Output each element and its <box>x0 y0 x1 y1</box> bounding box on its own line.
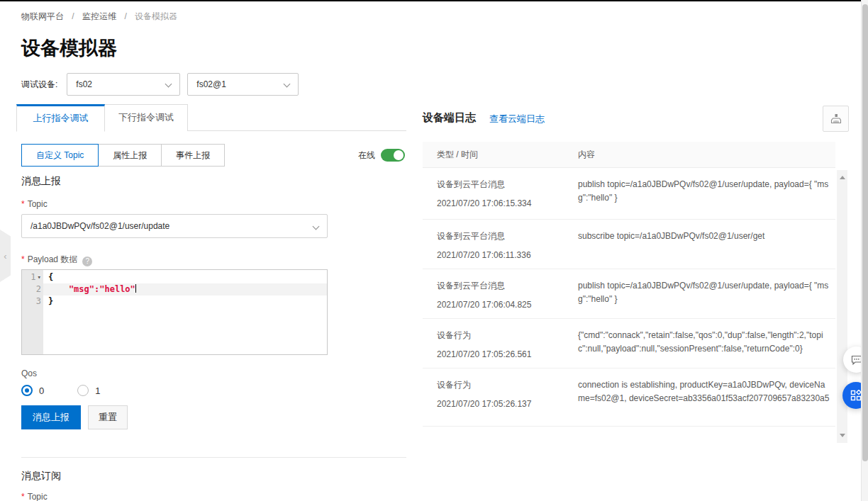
breadcrumb-separator: / <box>72 11 74 21</box>
required-asterisk: * <box>21 492 25 501</box>
debug-device-row: 调试设备: fs02 fs02@1 <box>21 73 299 96</box>
log-table-body: 设备到云平台消息 2021/07/20 17:06:15.334 publish… <box>423 168 835 427</box>
debug-tab-bar: 上行指令调试 下行指令调试 <box>16 104 406 131</box>
chevron-down-icon <box>165 81 172 88</box>
scroll-up-icon[interactable] <box>840 176 845 179</box>
message-subscribe-heading: 消息订阅 <box>21 470 61 483</box>
fold-caret-icon[interactable]: ▾ <box>38 271 41 283</box>
product-select-value: fs02 <box>76 79 92 89</box>
clear-log-button[interactable] <box>823 106 849 132</box>
page-scrollbar[interactable] <box>861 0 868 501</box>
payload-field-label: *Payload 数据? <box>21 254 92 266</box>
chevron-down-icon <box>313 223 320 230</box>
apps-grid-icon <box>850 390 862 401</box>
code-line: { <box>43 271 327 283</box>
product-select[interactable]: fs02 <box>67 73 180 96</box>
breadcrumb-item-iot-platform[interactable]: 物联网平台 <box>21 11 64 21</box>
topic-select[interactable]: /a1a0JBDwPQv/fs02@1/user/update <box>21 214 328 238</box>
chevron-down-icon <box>284 81 291 88</box>
broom-icon <box>830 113 842 125</box>
qos-options: 0 1 <box>21 385 100 396</box>
log-row: 设备到云平台消息 2021/07/20 17:06:04.825 publish… <box>423 269 835 319</box>
topic-label-text: Topic <box>28 199 48 209</box>
log-table-header: 类型 / 时间 内容 <box>423 142 835 168</box>
column-content: 内容 <box>578 142 595 168</box>
reset-button[interactable]: 重置 <box>88 405 128 429</box>
tab-downlink-debug[interactable]: 下行指令调试 <box>105 104 188 131</box>
message-report-heading: 消息上报 <box>21 175 61 188</box>
column-type-time: 类型 / 时间 <box>423 142 478 168</box>
help-icon[interactable]: ? <box>82 257 92 266</box>
log-row: 设备到云平台消息 2021/07/20 17:06:15.334 publish… <box>423 168 835 220</box>
subtab-custom-topic[interactable]: 自定义 Topic <box>21 144 99 167</box>
breadcrumb-item-current: 设备模拟器 <box>135 11 177 21</box>
line-number: 2 <box>36 283 41 295</box>
log-content: publish topic=/a1a0JBDwPQv/fs02@1/user/u… <box>578 279 832 306</box>
message-report-button[interactable]: 消息上报 <box>21 405 81 429</box>
subtab-property-report[interactable]: 属性上报 <box>98 144 162 167</box>
log-content: connection is establishing, productKey=a… <box>578 378 832 405</box>
line-number: 3 <box>36 295 41 308</box>
qos-1-label: 1 <box>95 385 100 396</box>
text-cursor <box>135 284 136 293</box>
topic-field-label: *Topic <box>21 199 48 209</box>
log-content: publish topic=/a1a0JBDwPQv/fs02@1/user/u… <box>578 178 832 205</box>
tab-uplink-debug[interactable]: 上行指令调试 <box>16 104 105 132</box>
report-type-group: 自定义 Topic 属性上报 事件上报 <box>21 144 225 167</box>
toggle-knob <box>394 150 404 160</box>
qos-1-radio[interactable] <box>77 385 89 396</box>
page-scrollbar-thumb[interactable] <box>862 4 868 461</box>
json-string: "msg":"hello" <box>48 284 135 294</box>
log-row: 设备行为 2021/07/20 17:05:26.561 {"cmd":"con… <box>423 319 835 368</box>
editor-content: { "msg":"hello" } <box>43 270 327 354</box>
device-select-value: fs02@1 <box>196 79 226 89</box>
log-row: 设备行为 2021/07/20 17:05:26.137 connection … <box>423 368 835 427</box>
code-line-active: "msg":"hello" <box>43 283 327 295</box>
view-cloud-log-link[interactable]: 查看云端日志 <box>489 113 545 125</box>
breadcrumb: 物联网平台 / 监控运维 / 设备模拟器 <box>21 11 177 23</box>
window-top-border <box>0 0 868 1</box>
device-select[interactable]: fs02@1 <box>187 73 299 96</box>
breadcrumb-item-monitor-ops[interactable]: 监控运维 <box>82 11 116 21</box>
breadcrumb-separator: / <box>124 11 126 21</box>
device-log-table: 类型 / 时间 内容 设备到云平台消息 2021/07/20 17:06:15.… <box>423 142 835 427</box>
sidebar-collapse-handle[interactable]: ‹ <box>0 230 11 282</box>
scroll-down-icon[interactable] <box>840 434 845 437</box>
chevron-left-icon: ‹ <box>4 251 6 261</box>
log-content: {"cmd":"connack","retain":false,"qos":0,… <box>578 329 832 356</box>
required-asterisk: * <box>21 254 25 264</box>
qos-label: Qos <box>21 368 37 378</box>
online-label: 在线 <box>358 150 375 162</box>
qos-0-label: 0 <box>39 385 44 396</box>
editor-gutter: 1▾ 2 3 <box>22 270 43 354</box>
subscribe-topic-label: *Topic <box>21 492 48 501</box>
payload-editor[interactable]: 1▾ 2 3 { "msg":"hello" } <box>21 269 328 355</box>
online-toggle[interactable] <box>381 149 405 162</box>
qos-0-radio[interactable] <box>21 385 33 396</box>
subtab-event-report[interactable]: 事件上报 <box>161 144 225 167</box>
subscribe-topic-label-text: Topic <box>28 492 48 501</box>
debug-device-label: 调试设备: <box>21 79 57 91</box>
topic-select-value: /a1a0JBDwPQv/fs02@1/user/update <box>30 221 169 231</box>
device-log-title: 设备端日志 <box>423 111 476 125</box>
section-divider <box>21 457 406 458</box>
log-row: 设备到云平台消息 2021/07/20 17:06:11.336 subscri… <box>423 220 835 269</box>
code-line: } <box>43 295 327 308</box>
log-time: 2021/07/20 17:06:11.336 <box>437 250 835 260</box>
payload-label-text: Payload 数据 <box>28 254 78 264</box>
log-content: subscribe topic=/a1a0JBDwPQv/fs02@1/user… <box>578 230 832 243</box>
line-number: 1 <box>30 271 35 283</box>
required-asterisk: * <box>21 199 25 209</box>
online-status: 在线 <box>358 149 405 162</box>
page-title: 设备模拟器 <box>21 39 117 58</box>
